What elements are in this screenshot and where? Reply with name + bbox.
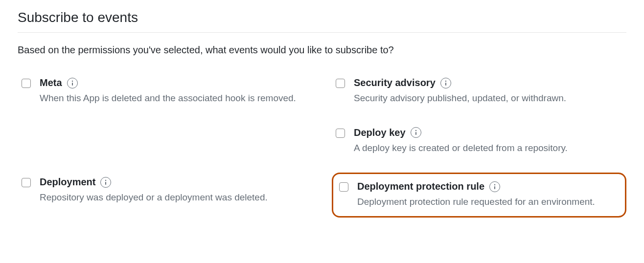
info-icon[interactable] bbox=[100, 177, 111, 188]
event-title-deploy-key: Deploy key bbox=[354, 127, 406, 138]
checkbox-security-advisory[interactable] bbox=[336, 79, 345, 88]
event-content: Deployment Repository was deployed or a … bbox=[40, 176, 308, 205]
info-icon[interactable] bbox=[67, 78, 78, 88]
svg-point-2 bbox=[445, 80, 446, 81]
event-title-meta: Meta bbox=[40, 77, 62, 88]
events-grid: Meta When this App is deleted and the as… bbox=[18, 73, 626, 218]
svg-point-4 bbox=[415, 130, 416, 131]
event-item-deployment: Deployment Repository was deployed or a … bbox=[18, 173, 312, 218]
section-description: Based on the permissions you've selected… bbox=[18, 44, 626, 56]
event-title-deployment-protection-rule: Deployment protection rule bbox=[357, 181, 484, 192]
svg-rect-7 bbox=[105, 182, 106, 185]
event-content: Deployment protection rule Deployment pr… bbox=[357, 181, 619, 209]
event-desc-meta: When this App is deleted and the associa… bbox=[40, 91, 308, 106]
section-divider bbox=[18, 32, 626, 33]
section-title: Subscribe to events bbox=[18, 10, 626, 25]
svg-rect-9 bbox=[494, 186, 495, 189]
svg-rect-5 bbox=[415, 132, 416, 135]
event-desc-deploy-key: A deploy key is created or deleted from … bbox=[354, 141, 622, 155]
event-title-deployment: Deployment bbox=[40, 176, 95, 188]
event-content: Meta When this App is deleted and the as… bbox=[40, 77, 308, 106]
event-desc-deployment: Repository was deployed or a deployment … bbox=[40, 191, 308, 205]
event-title-security-advisory: Security advisory bbox=[354, 77, 436, 88]
event-content: Security advisory Security advisory publ… bbox=[354, 77, 622, 106]
event-desc-deployment-protection-rule: Deployment protection rule requested for… bbox=[357, 195, 619, 209]
event-item-deploy-key: Deploy key A deploy key is created or de… bbox=[332, 123, 626, 159]
svg-point-8 bbox=[494, 184, 495, 185]
checkbox-meta[interactable] bbox=[22, 79, 31, 88]
checkbox-deployment[interactable] bbox=[22, 178, 31, 187]
info-icon[interactable] bbox=[489, 181, 500, 192]
info-icon[interactable] bbox=[440, 78, 451, 88]
event-header: Meta bbox=[40, 77, 308, 88]
event-item-security-advisory: Security advisory Security advisory publ… bbox=[332, 73, 626, 110]
event-item-deployment-protection-rule: Deployment protection rule Deployment pr… bbox=[332, 173, 626, 218]
svg-point-6 bbox=[105, 179, 106, 180]
event-item-meta: Meta When this App is deleted and the as… bbox=[18, 73, 312, 110]
event-content: Deploy key A deploy key is created or de… bbox=[354, 127, 622, 155]
checkbox-deploy-key[interactable] bbox=[336, 129, 345, 138]
event-header: Deployment protection rule bbox=[357, 181, 619, 192]
event-desc-security-advisory: Security advisory published, updated, or… bbox=[354, 91, 622, 106]
svg-point-0 bbox=[71, 80, 72, 81]
event-header: Deploy key bbox=[354, 127, 622, 138]
svg-rect-3 bbox=[445, 83, 446, 86]
svg-rect-1 bbox=[72, 83, 73, 86]
checkbox-deployment-protection-rule[interactable] bbox=[339, 182, 348, 192]
info-icon[interactable] bbox=[411, 127, 421, 138]
event-header: Security advisory bbox=[354, 77, 622, 88]
event-header: Deployment bbox=[40, 176, 308, 188]
